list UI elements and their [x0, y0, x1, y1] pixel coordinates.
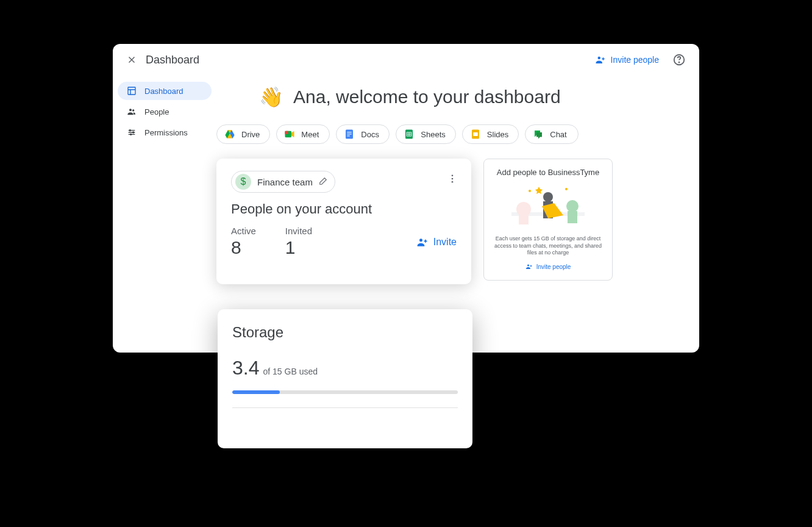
- welcome-text: Ana, welcome to your dashboard: [293, 87, 561, 107]
- storage-progress-bar: [232, 390, 458, 394]
- svg-point-2: [678, 62, 679, 63]
- storage-progress-fill: [232, 390, 280, 394]
- team-name: Finance team: [257, 177, 313, 187]
- svg-rect-13: [347, 134, 352, 134]
- edit-icon[interactable]: [319, 177, 329, 187]
- chip-label: Slides: [487, 130, 508, 139]
- wave-emoji-icon: 👋: [259, 85, 283, 109]
- storage-usage: 3.4 of 15 GB used: [232, 357, 458, 379]
- page-title: Dashboard: [146, 54, 595, 66]
- sidebar-item-label: Permissions: [144, 128, 188, 137]
- dashboard-icon: [126, 85, 137, 96]
- svg-point-32: [527, 265, 529, 267]
- storage-total-label: of 15 GB used: [263, 367, 318, 376]
- svg-rect-12: [347, 132, 352, 132]
- chip-meet[interactable]: Meet: [276, 124, 330, 144]
- svg-point-22: [419, 238, 422, 242]
- team-chip[interactable]: $ Finance team: [231, 171, 335, 193]
- people-card-title: People on your account: [231, 201, 457, 217]
- chip-label: Meet: [301, 130, 319, 139]
- svg-point-30: [529, 190, 531, 192]
- active-stat: Active 8: [231, 226, 256, 258]
- chip-slides[interactable]: Slides: [462, 124, 519, 144]
- help-icon[interactable]: [672, 53, 686, 66]
- invited-count: 1: [285, 237, 312, 258]
- svg-point-26: [543, 192, 553, 202]
- active-label: Active: [231, 226, 256, 236]
- person-add-icon: [525, 263, 533, 270]
- sidebar-item-label: Dashboard: [144, 87, 183, 96]
- invited-label: Invited: [285, 226, 312, 236]
- promo-description: Each user gets 15 GB of storage and dire…: [490, 235, 606, 257]
- welcome-row: 👋 Ana, welcome to your dashboard: [259, 85, 687, 109]
- content-row: $ Finance team People on your account Ac…: [216, 159, 687, 284]
- svg-rect-25: [519, 212, 529, 224]
- person-add-icon: [595, 54, 606, 65]
- chip-label: Docs: [361, 130, 379, 139]
- topbar: Dashboard Invite people: [113, 44, 699, 76]
- app-chips: Drive Meet Docs: [216, 124, 687, 144]
- promo-card: Add people to BusinessTyme: [483, 159, 613, 281]
- invite-button-label: Invite: [433, 237, 457, 248]
- people-icon: [126, 106, 137, 117]
- promo-link-label: Invite people: [536, 264, 571, 270]
- sidebar-item-label: People: [144, 107, 169, 117]
- svg-rect-18: [473, 132, 478, 136]
- divider: [232, 407, 458, 408]
- sheets-icon: [404, 129, 415, 140]
- svg-point-31: [565, 188, 568, 190]
- chat-icon: [533, 129, 544, 140]
- svg-point-4: [129, 109, 132, 111]
- svg-rect-29: [568, 211, 577, 223]
- svg-point-20: [452, 178, 454, 180]
- svg-point-0: [597, 57, 600, 60]
- svg-point-5: [132, 109, 134, 111]
- invite-people-label: Invite people: [611, 55, 659, 65]
- svg-rect-10: [285, 131, 288, 134]
- chip-label: Chat: [550, 130, 566, 139]
- svg-rect-3: [128, 87, 135, 95]
- svg-point-7: [133, 132, 134, 133]
- promo-illustration: [505, 182, 591, 231]
- promo-invite-link[interactable]: Invite people: [525, 263, 571, 270]
- storage-card: Storage 3.4 of 15 GB used: [218, 309, 472, 448]
- drive-icon: [224, 129, 235, 140]
- sidebar-item-people[interactable]: People: [118, 102, 212, 121]
- svg-point-28: [566, 200, 579, 212]
- sidebar-item-permissions[interactable]: Permissions: [118, 123, 212, 142]
- people-card: $ Finance team People on your account Ac…: [216, 159, 471, 284]
- chip-label: Sheets: [421, 130, 445, 139]
- slides-icon: [470, 129, 481, 140]
- more-icon[interactable]: [447, 173, 458, 184]
- chip-docs[interactable]: Docs: [336, 124, 390, 144]
- stats-row: Active 8 Invited 1 Invite: [231, 226, 457, 258]
- storage-title: Storage: [232, 324, 458, 341]
- chip-label: Drive: [241, 130, 260, 139]
- sidebar-item-dashboard[interactable]: Dashboard: [118, 82, 212, 100]
- active-count: 8: [231, 237, 256, 258]
- chip-chat[interactable]: Chat: [525, 124, 579, 144]
- svg-point-6: [129, 130, 130, 131]
- chip-sheets[interactable]: Sheets: [396, 124, 455, 144]
- promo-title: Add people to BusinessTyme: [490, 168, 606, 177]
- meet-icon: [284, 129, 295, 140]
- person-add-icon: [416, 236, 429, 248]
- sidebar: Dashboard People Permissions: [113, 76, 216, 353]
- svg-point-19: [452, 174, 454, 176]
- permissions-icon: [126, 127, 137, 138]
- svg-point-21: [452, 181, 454, 183]
- invited-stat: Invited 1: [285, 226, 312, 258]
- svg-rect-14: [347, 135, 351, 136]
- storage-used-value: 3.4: [232, 357, 259, 379]
- dollar-icon: $: [235, 174, 251, 190]
- invite-button[interactable]: Invite: [416, 236, 457, 248]
- svg-point-8: [130, 134, 132, 135]
- dashboard-window: Dashboard Invite people Dashboard Pe: [113, 44, 699, 353]
- invite-people-link[interactable]: Invite people: [595, 54, 659, 65]
- docs-icon: [344, 129, 355, 140]
- chip-drive[interactable]: Drive: [216, 124, 270, 144]
- close-icon[interactable]: [126, 54, 137, 65]
